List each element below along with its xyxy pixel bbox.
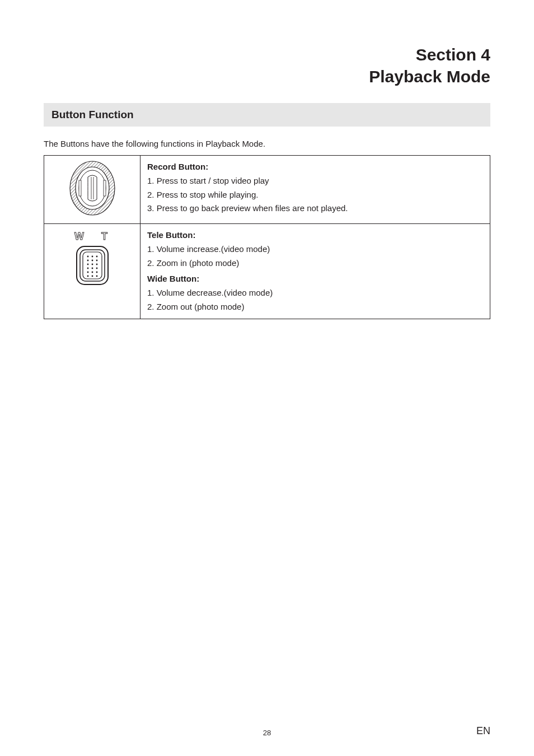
tele-button-heading: Tele Button: [147,228,483,242]
subsection-heading: Button Function [51,109,134,120]
svg-point-28 [96,276,97,277]
list-item: 3. Press to go back preview when files a… [147,202,483,216]
svg-point-23 [87,272,88,273]
table-row: Record Button: 1. Press to start / stop … [44,156,490,224]
wide-button-heading: Wide Button: [147,272,483,286]
table-row: W T [44,224,490,319]
subsection-heading-bar: Button Function [44,103,490,127]
svg-point-26 [87,276,88,277]
section-title: Section 4 Playback Mode [44,44,490,87]
tele-wide-button-icon-cell: W T [44,224,140,319]
svg-point-20 [87,268,88,269]
svg-point-22 [96,268,97,269]
svg-point-13 [96,256,97,258]
intro-text: The Buttons have the following functions… [44,139,490,148]
list-item: 2. Press to stop while playing. [147,188,483,202]
list-item: 1. Press to start / stop video play [147,174,483,188]
language-indicator: EN [476,725,490,737]
list-item: 2. Zoom out (photo mode) [147,300,483,314]
tele-wide-button-content: Tele Button: 1. Volume increase.(video m… [140,224,490,319]
svg-point-14 [87,260,88,262]
record-button-heading: Record Button: [147,160,483,174]
svg-point-21 [91,268,93,269]
section-name: Playback Mode [369,67,490,86]
record-button-icon-cell [44,156,140,224]
section-number: Section 4 [416,45,490,64]
page-number: 28 [0,729,534,737]
svg-text:W: W [74,231,84,242]
list-item: 1. Volume decrease.(video mode) [147,286,483,300]
zoom-rocker-icon: W T [64,228,120,290]
svg-point-24 [91,272,93,273]
page-footer: 28 EN [0,729,534,737]
svg-point-18 [91,264,93,265]
button-function-table: Record Button: 1. Press to start / stop … [44,155,490,319]
svg-point-11 [87,256,88,258]
svg-rect-5 [104,180,106,196]
svg-point-15 [91,260,93,262]
svg-point-19 [96,264,97,265]
svg-point-27 [91,276,93,277]
list-item: 2. Zoom in (photo mode) [147,256,483,270]
svg-point-16 [96,260,97,262]
svg-point-12 [91,256,93,258]
svg-point-25 [96,272,97,273]
svg-text:T: T [101,231,107,242]
list-item: 1. Volume increase.(video mode) [147,242,483,256]
record-button-icon [69,160,116,216]
record-button-content: Record Button: 1. Press to start / stop … [140,156,490,224]
svg-point-17 [87,264,88,265]
svg-rect-4 [79,180,81,196]
